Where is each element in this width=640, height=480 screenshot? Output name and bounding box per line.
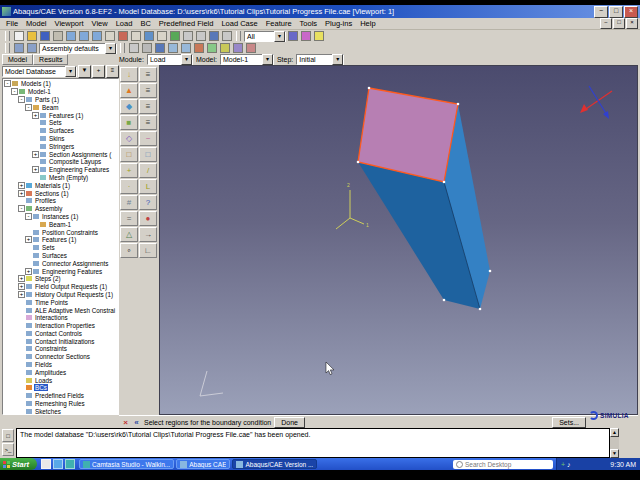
tree-item-surfaces[interactable]: Surfaces (3, 252, 118, 260)
viewport-restore-button[interactable]: □ (613, 18, 625, 29)
task-abaqus-cae[interactable]: Abaqus CAE (176, 459, 230, 469)
load-case-manager-icon[interactable]: ≡ (139, 115, 157, 130)
internet-explorer-icon[interactable] (53, 459, 63, 469)
expand-toggle-icon[interactable]: + (18, 291, 25, 298)
query-info-icon[interactable] (287, 31, 299, 42)
create-datum-axis-icon[interactable]: / (139, 163, 157, 178)
expand-toggle-icon[interactable]: + (25, 236, 32, 243)
message-scrollbar[interactable]: ▲ ▼ (610, 428, 619, 458)
tree-item-engineering-features[interactable]: +Engineering Features (3, 166, 118, 174)
menu-load-case[interactable]: Load Case (217, 19, 261, 28)
tree-item-connector-assignments[interactable]: Connector Assignments (3, 259, 118, 267)
command-line-tab[interactable]: >_ (2, 443, 14, 456)
tree-item-position-constraints[interactable]: Position Constraints (3, 228, 118, 236)
tree-item-engineering-features[interactable]: +Engineering Features (3, 267, 118, 275)
tab-model[interactable]: Model (2, 54, 33, 65)
color-code-icon[interactable] (300, 31, 312, 42)
tab-results[interactable]: Results (33, 54, 68, 65)
create-load-icon[interactable]: ↓ (120, 67, 138, 82)
tree-item-steps-2[interactable]: +Steps (2) (3, 275, 118, 283)
tree-item-bcs[interactable]: BCs (3, 384, 118, 392)
print-icon[interactable] (52, 31, 64, 42)
tree-item-instances-1[interactable]: -Instances (1) (3, 213, 118, 221)
start-button[interactable]: Start (0, 458, 37, 470)
tree-options-icon[interactable]: ≡ (106, 65, 119, 78)
cancel-prompt-icon[interactable]: × (121, 418, 130, 427)
iso-view-icon[interactable] (195, 31, 207, 42)
expand-toggle-icon[interactable]: + (18, 283, 25, 290)
model-combo[interactable]: Model-1 ▾ (220, 54, 274, 65)
tree-item-skins[interactable]: Skins (3, 135, 118, 143)
menu-bc[interactable]: BC (136, 19, 154, 28)
tile-vertical-icon[interactable] (78, 31, 90, 42)
edit-mesh-icon[interactable]: △ (120, 227, 138, 242)
show-desktop-icon[interactable] (41, 459, 51, 469)
tree-item-contact-initializations[interactable]: Contact Initializations (3, 337, 118, 345)
menu-viewport[interactable]: Viewport (51, 19, 88, 28)
tree-item-ale-adaptive-mesh-constrai[interactable]: ALE Adaptive Mesh Constrai (3, 306, 118, 314)
camtasia-quicklaunch-icon[interactable] (65, 459, 75, 469)
step-combo[interactable]: Initial ▾ (296, 54, 344, 65)
tree-item-history-output-requests-1[interactable]: +History Output Requests (1) (3, 291, 118, 299)
tree-item-time-points[interactable]: Time Points (3, 298, 118, 306)
expand-toggle-icon[interactable]: + (18, 182, 25, 189)
shaded-style-icon[interactable] (154, 43, 166, 54)
tree-item-interaction-properties[interactable]: Interaction Properties (3, 322, 118, 330)
close-button[interactable]: × (624, 6, 638, 18)
antivirus-tray-icon[interactable]: + (561, 461, 565, 468)
tree-item-amplitudes[interactable]: Amplitudes (3, 368, 118, 376)
menu-file[interactable]: File (2, 19, 22, 28)
tree-item-materials-1[interactable]: +Materials (1) (3, 181, 118, 189)
menu-view[interactable]: View (88, 19, 112, 28)
menu-load[interactable]: Load (112, 19, 137, 28)
menu-feature[interactable]: Feature (262, 19, 296, 28)
selection-filter-combo[interactable]: All ▾ (244, 31, 286, 42)
tree-item-model-1[interactable]: -Model-1 (3, 88, 118, 96)
create-datum-plane-icon[interactable]: + (120, 163, 138, 178)
create-set-icon[interactable]: □ (120, 147, 138, 162)
tree-item-beam[interactable]: -Beam (3, 103, 118, 111)
help-icon[interactable] (313, 31, 325, 42)
open-icon[interactable] (26, 31, 38, 42)
expand-toggle-icon[interactable]: + (25, 268, 32, 275)
tree-item-contact-controls[interactable]: Contact Controls (3, 330, 118, 338)
compass-icon[interactable] (580, 86, 612, 119)
new-model-icon[interactable] (13, 31, 25, 42)
tree-item-predefined-fields[interactable]: Predefined Fields (3, 392, 118, 400)
perspective-icon[interactable] (167, 43, 179, 54)
load-manager-icon[interactable]: ≡ (139, 67, 157, 82)
minimize-button[interactable]: − (594, 6, 608, 18)
tree-item-loads[interactable]: Loads (3, 376, 118, 384)
expand-toggle-icon[interactable]: + (18, 190, 25, 197)
tree-item-connector-sections[interactable]: Connector Sections (3, 353, 118, 361)
display-group-icon[interactable]: = (120, 211, 138, 226)
volume-tray-icon[interactable]: ♪ (567, 461, 571, 468)
tree-item-composite-layups[interactable]: Composite Layups (3, 158, 118, 166)
fit-view-icon[interactable] (143, 31, 155, 42)
tree-expand-all-icon[interactable]: + (92, 65, 105, 78)
menu-plug-ins[interactable]: Plug-ins (321, 19, 356, 28)
message-area-tab[interactable]: □ (2, 429, 14, 442)
expand-toggle-icon[interactable]: - (18, 205, 25, 212)
render-shaded-icon[interactable] (208, 31, 220, 42)
expand-toggle-icon[interactable]: + (32, 112, 39, 119)
expand-toggle-icon[interactable]: - (18, 96, 25, 103)
viewport-canvas[interactable]: 2 1 (159, 65, 638, 415)
viewport-minimize-button[interactable]: − (600, 18, 612, 29)
tree-item-constraints[interactable]: Constraints (3, 345, 118, 353)
maximize-button[interactable]: □ (609, 6, 623, 18)
tree-item-sets[interactable]: Sets (3, 119, 118, 127)
expand-toggle-icon[interactable]: - (25, 213, 32, 220)
done-button[interactable]: Done (274, 417, 305, 428)
rotate-instance-icon[interactable]: ∘ (120, 243, 138, 258)
predefined-field-manager-icon[interactable]: ≡ (139, 99, 157, 114)
expand-toggle-icon[interactable]: + (32, 166, 39, 173)
tree-item-features-1[interactable]: +Features (1) (3, 111, 118, 119)
translate-instance-icon[interactable]: → (139, 227, 157, 242)
create-amplitude-icon[interactable]: ~ (139, 131, 157, 146)
expand-toggle-icon[interactable]: - (4, 80, 11, 87)
menu-predefined-field[interactable]: Predefined Field (155, 19, 218, 28)
expand-toggle-icon[interactable]: - (11, 88, 18, 95)
task-camtasia[interactable]: Camtasia Studio - Walkin... (79, 459, 174, 469)
query-information-icon[interactable]: ? (139, 195, 157, 210)
